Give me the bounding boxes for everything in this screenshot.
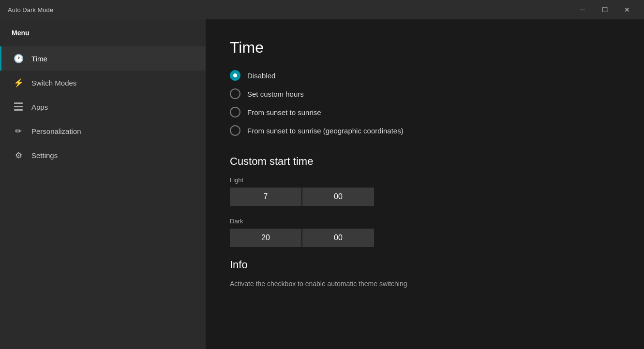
light-time-group: Light <box>230 176 620 206</box>
lightning-icon: ⚡ <box>13 77 24 88</box>
radio-sunset-sunrise-label: From sunset to sunrise <box>247 108 321 116</box>
dark-label: Dark <box>230 218 620 225</box>
radio-disabled-indicator <box>230 70 240 81</box>
light-hour-input[interactable] <box>230 188 301 206</box>
apps-icon <box>13 102 24 112</box>
dark-time-inputs <box>230 229 620 247</box>
radio-sunset-sunrise-indicator <box>230 107 240 117</box>
radio-sunset-sunrise[interactable]: From sunset to sunrise <box>230 107 620 117</box>
window-controls: ─ ☐ ✕ <box>571 2 638 17</box>
page-title: Time <box>230 39 620 57</box>
sidebar-item-time-label: Time <box>31 55 47 63</box>
light-time-inputs <box>230 188 620 206</box>
clock-icon: 🕐 <box>13 53 24 64</box>
sidebar-item-personalization-label: Personalization <box>31 127 81 135</box>
light-minute-input[interactable] <box>302 188 374 206</box>
title-bar: Auto Dark Mode ─ ☐ ✕ <box>0 0 644 19</box>
sidebar-item-settings[interactable]: ⚙ Settings <box>0 143 206 167</box>
radio-custom-hours-label: Set custom hours <box>247 90 304 98</box>
personalization-icon: ✏ <box>13 126 24 136</box>
svg-rect-1 <box>14 106 23 107</box>
radio-disabled-label: Disabled <box>247 72 275 80</box>
svg-rect-2 <box>14 109 23 111</box>
sidebar-item-settings-label: Settings <box>31 151 58 160</box>
settings-icon: ⚙ <box>13 150 24 160</box>
sidebar-item-apps-label: Apps <box>31 103 48 111</box>
sidebar: Menu 🕐 Time ⚡ Switch Modes Apps ✏ Person… <box>0 19 206 349</box>
svg-rect-0 <box>14 102 23 104</box>
light-label: Light <box>230 176 620 184</box>
dark-minute-input[interactable] <box>302 229 374 247</box>
maximize-button[interactable]: ☐ <box>594 2 616 17</box>
sidebar-menu-label: Menu <box>0 29 206 46</box>
app-title: Auto Dark Mode <box>8 6 53 14</box>
radio-custom-hours-indicator <box>230 88 240 99</box>
custom-start-time-heading: Custom start time <box>230 155 620 168</box>
sidebar-item-switch-modes-label: Switch Modes <box>31 79 76 87</box>
close-button[interactable]: ✕ <box>616 2 638 17</box>
radio-geo[interactable]: From sunset to sunrise (geographic coord… <box>230 125 620 136</box>
radio-geo-indicator <box>230 125 240 136</box>
dark-time-group: Dark <box>230 218 620 247</box>
sidebar-item-apps[interactable]: Apps <box>0 95 206 119</box>
info-section: Info Activate the checkbox to enable aut… <box>230 259 620 288</box>
minimize-button[interactable]: ─ <box>571 2 594 17</box>
radio-custom-hours[interactable]: Set custom hours <box>230 88 620 99</box>
sidebar-item-switch-modes[interactable]: ⚡ Switch Modes <box>0 71 206 95</box>
info-heading: Info <box>230 259 620 271</box>
radio-disabled[interactable]: Disabled <box>230 70 620 81</box>
sidebar-item-personalization[interactable]: ✏ Personalization <box>0 119 206 143</box>
info-text: Activate the checkbox to enable automati… <box>230 280 620 288</box>
app-body: Menu 🕐 Time ⚡ Switch Modes Apps ✏ Person… <box>0 19 644 349</box>
sidebar-item-time[interactable]: 🕐 Time <box>0 46 206 71</box>
radio-geo-label: From sunset to sunrise (geographic coord… <box>247 127 404 135</box>
main-content: Time Disabled Set custom hours From suns… <box>206 19 644 349</box>
time-mode-radio-group: Disabled Set custom hours From sunset to… <box>230 70 620 136</box>
dark-hour-input[interactable] <box>230 229 301 247</box>
